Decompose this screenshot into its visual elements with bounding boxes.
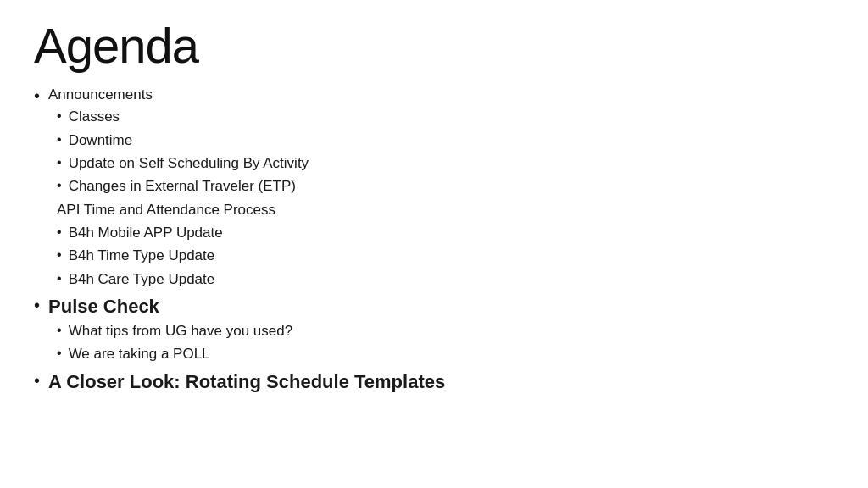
list-item: • A Closer Look: Rotating Schedule Templ… bbox=[34, 369, 834, 396]
page-title: Agenda bbox=[34, 17, 834, 74]
bullet-icon: • bbox=[34, 293, 40, 317]
slide: Agenda • Announcements • Classes • Downt… bbox=[0, 0, 868, 488]
bullet2-icon: • bbox=[57, 245, 62, 266]
self-scheduling-item: Update on Self Scheduling By Activity bbox=[69, 152, 309, 175]
mobile-app-item: B4h Mobile APP Update bbox=[69, 222, 223, 244]
list-item: • Downtime bbox=[57, 130, 309, 152]
list-item: • B4h Care Type Update bbox=[57, 269, 309, 291]
api-label: API Time and Attendance Process bbox=[48, 199, 309, 221]
bullet2-icon: • bbox=[57, 222, 62, 243]
announcements-section: Announcements • Classes • Downtime • Upd bbox=[48, 84, 309, 291]
closer-look-section: A Closer Look: Rotating Schedule Templat… bbox=[48, 369, 445, 396]
list-item: • Update on Self Scheduling By Activity bbox=[57, 152, 309, 175]
bullet2-icon: • bbox=[57, 106, 62, 127]
classes-item: Classes bbox=[69, 106, 120, 128]
bullet2-icon: • bbox=[57, 152, 62, 174]
pulse-check-section: Pulse Check • What tips from UG have you… bbox=[48, 293, 292, 367]
list-item: • Pulse Check • What tips from UG have y… bbox=[34, 293, 834, 367]
announcements-label: Announcements bbox=[48, 84, 309, 106]
list-item: • B4h Time Type Update bbox=[57, 245, 309, 267]
care-type-item: B4h Care Type Update bbox=[69, 269, 215, 291]
pulse-check-label: Pulse Check bbox=[48, 293, 292, 320]
etp-item: Changes in External Traveler (ETP) bbox=[69, 175, 296, 197]
time-type-item: B4h Time Type Update bbox=[69, 245, 215, 267]
bullet2-icon: • bbox=[57, 320, 62, 341]
bullet2-icon: • bbox=[57, 130, 62, 151]
api-sublist: • B4h Mobile APP Update • B4h Time Type … bbox=[48, 222, 309, 291]
list-item: • What tips from UG have you used? bbox=[57, 320, 292, 342]
list-item: • We are taking a POLL bbox=[57, 343, 292, 365]
bullet-icon: • bbox=[34, 369, 40, 392]
downtime-item: Downtime bbox=[69, 130, 133, 152]
bullet2-icon: • bbox=[57, 343, 62, 364]
tips-item: What tips from UG have you used? bbox=[69, 320, 293, 342]
announcements-sublist: • Classes • Downtime • Update on Self Sc… bbox=[48, 106, 309, 198]
list-item: • Changes in External Traveler (ETP) bbox=[57, 175, 309, 197]
closer-look-label: A Closer Look: Rotating Schedule Templat… bbox=[48, 369, 445, 396]
list-item: • Classes bbox=[57, 106, 309, 128]
list-item: • B4h Mobile APP Update bbox=[57, 222, 309, 244]
bullet-icon: • bbox=[34, 84, 40, 108]
bullet2-icon: • bbox=[57, 175, 62, 197]
content-area: • Announcements • Classes • Downtime bbox=[34, 84, 834, 471]
bullet2-icon: • bbox=[57, 269, 62, 290]
pulse-check-sublist: • What tips from UG have you used? • We … bbox=[48, 320, 292, 367]
list-item: • Announcements • Classes • Downtime bbox=[34, 84, 834, 291]
main-list: • Announcements • Classes • Downtime bbox=[34, 84, 834, 396]
poll-item: We are taking a POLL bbox=[69, 343, 210, 365]
